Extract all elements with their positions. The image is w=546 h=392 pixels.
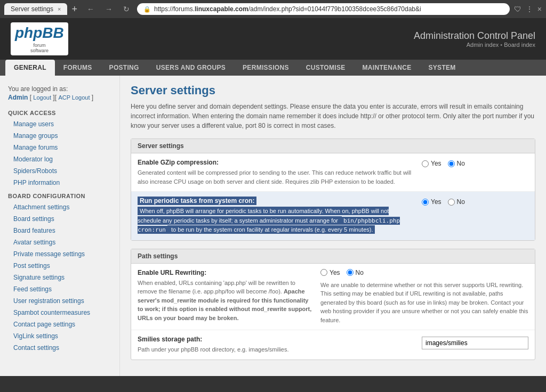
server-settings-header: Server settings xyxy=(131,139,535,153)
shield-icon: 🛡 xyxy=(514,5,521,13)
sidebar-link-attachment-settings[interactable]: Attachment settings xyxy=(0,201,119,213)
url-display: https://forums.linuxcapable.com/adm/inde… xyxy=(154,5,421,13)
gzip-yes-label[interactable]: Yes xyxy=(422,160,441,167)
cron-row: Run periodic tasks from system cron: Whe… xyxy=(131,192,535,240)
gzip-control: Yes No xyxy=(422,159,528,167)
sidebar-link-spiders/robots[interactable]: Spiders/Robots xyxy=(0,165,119,177)
nav-tab-customise[interactable]: CUSTOMISE xyxy=(298,60,354,76)
logo-area: phpBB forum software xyxy=(11,22,68,55)
username: Admin xyxy=(8,94,28,101)
admin-index-link[interactable]: Admin index xyxy=(467,42,499,48)
gzip-no-label[interactable]: No xyxy=(448,160,465,167)
main-nav: GENERALFORUMSPOSTINGUSERS AND GROUPSPERM… xyxy=(0,60,546,76)
logout-link[interactable]: Logout xyxy=(33,94,51,101)
gzip-desc: Generated content will be compressed pri… xyxy=(138,168,414,186)
board-index-link[interactable]: Board index xyxy=(504,42,535,48)
page-desc: Here you define server and domain depend… xyxy=(131,102,535,130)
gzip-row: Enable GZip compression: Generated conte… xyxy=(131,153,535,192)
sidebar-link-user-registration-settings[interactable]: User registration settings xyxy=(0,295,119,307)
server-settings-section: Server settings Enable GZip compression:… xyxy=(131,138,535,241)
browser-chrome: Server settings × + ← → ↻ 🔒 https://foru… xyxy=(0,0,546,18)
sidebar-link-spambot-countermeasures[interactable]: Spambot countermeasures xyxy=(0,307,119,318)
acp-title: Administration Control Panel xyxy=(414,30,535,42)
tab-bar: Server settings × + xyxy=(4,3,79,15)
sidebar-link-php-information[interactable]: PHP information xyxy=(0,177,119,189)
cron-radio-group: Yes No xyxy=(422,198,528,206)
nav-tab-forums[interactable]: FORUMS xyxy=(55,60,101,76)
sidebar-link-signature-settings[interactable]: Signature settings xyxy=(0,272,119,283)
sidebar-link-manage-users[interactable]: Manage users xyxy=(0,118,119,130)
url-rewrite-right: Yes No We are unable to determine whethe… xyxy=(320,269,528,325)
nav-tab-system[interactable]: SYSTEM xyxy=(420,60,464,76)
cron-no-radio[interactable] xyxy=(448,199,455,206)
nav-tab-maintenance[interactable]: MAINTENANCE xyxy=(354,60,420,76)
sidebar-link-manage-forums[interactable]: Manage forums xyxy=(0,142,119,153)
window-close-button[interactable]: × xyxy=(537,5,542,13)
gzip-no-radio[interactable] xyxy=(448,160,455,167)
quick-access-title: QUICK ACCESS xyxy=(0,105,119,118)
nav-tab-users_groups[interactable]: USERS AND GROUPS xyxy=(148,60,234,76)
sidebar-link-private-message-settings[interactable]: Private message settings xyxy=(0,248,119,260)
nav-tab-posting[interactable]: POSTING xyxy=(101,60,148,76)
cron-label: Run periodic tasks from system cron: xyxy=(138,197,414,205)
sidebar-link-feed-settings[interactable]: Feed settings xyxy=(0,283,119,295)
url-rewrite-radio-group: Yes No xyxy=(320,269,528,276)
tab-close-button[interactable]: × xyxy=(58,6,61,12)
logo-text: phpBB xyxy=(15,24,64,42)
sidebar-link-post-settings[interactable]: Post settings xyxy=(0,260,119,272)
url-rewrite-label-area: Enable URL Rewriting: When enabled, URLs… xyxy=(138,269,320,323)
cron-label-area: Run periodic tasks from system cron: Whe… xyxy=(138,197,422,235)
smilies-path-row: Smilies storage path: Path under your ph… xyxy=(131,330,535,360)
gzip-label: Enable GZip compression: xyxy=(138,159,414,166)
cron-yes-radio[interactable] xyxy=(422,199,429,206)
menu-icon[interactable]: ⋮ xyxy=(526,5,533,13)
cron-yes-label[interactable]: Yes xyxy=(422,198,441,206)
address-bar[interactable]: 🔒 https://forums.linuxcapable.com/adm/in… xyxy=(137,3,510,15)
header-right: Administration Control Panel Admin index… xyxy=(414,30,535,48)
smilies-control xyxy=(422,336,528,349)
url-rewrite-yes-radio[interactable] xyxy=(320,269,327,276)
sidebar-link-board-settings[interactable]: Board settings xyxy=(0,213,119,225)
sidebar-link-contact-settings[interactable]: Contact settings xyxy=(0,342,119,354)
acp-logout-link[interactable]: ACP Logout xyxy=(58,94,90,101)
tab-label: Server settings xyxy=(11,5,53,13)
user-links: Admin [ Logout ][ ACP Logout ] xyxy=(8,94,111,101)
page: phpBB forum software Administration Cont… xyxy=(0,18,546,376)
lock-icon: 🔒 xyxy=(143,6,151,13)
forward-button[interactable]: → xyxy=(102,4,116,14)
url-rewrite-row: Enable URL Rewriting: When enabled, URLs… xyxy=(131,264,535,331)
gzip-yes-radio[interactable] xyxy=(422,160,429,167)
content-area: Server settings Here you define server a… xyxy=(120,76,546,376)
new-tab-button[interactable]: + xyxy=(69,4,79,15)
sidebar-link-viglink-settings[interactable]: VigLink settings xyxy=(0,330,119,342)
sidebar-link-moderator-log[interactable]: Moderator log xyxy=(0,153,119,165)
nav-tab-permissions[interactable]: PERMISSIONS xyxy=(234,60,298,76)
url-rewrite-yes-label[interactable]: Yes xyxy=(320,269,340,276)
sidebar-link-manage-groups[interactable]: Manage groups xyxy=(0,130,119,142)
url-rewrite-label: Enable URL Rewriting: xyxy=(138,269,312,276)
cron-desc: When off, phpBB will arrange for periodi… xyxy=(138,207,414,235)
nav-tab-general[interactable]: GENERAL xyxy=(5,60,55,76)
sidebar-link-contact-page-settings[interactable]: Contact page settings xyxy=(0,318,119,330)
cron-no-label[interactable]: No xyxy=(448,198,465,206)
url-rewrite-right-desc: We are unable to determine whether or no… xyxy=(320,281,528,325)
url-rewrite-no-label[interactable]: No xyxy=(347,269,364,276)
smilies-desc: Path under your phpBB root directory, e.… xyxy=(138,345,414,354)
smilies-label: Smilies storage path: xyxy=(138,336,414,343)
board-config-title: BOARD CONFIGURATION xyxy=(0,189,119,201)
sidebar-link-board-features[interactable]: Board features xyxy=(0,225,119,236)
site-header: phpBB forum software Administration Cont… xyxy=(0,18,546,60)
board-links: Attachment settingsBoard settingsBoard f… xyxy=(0,201,119,354)
url-rewrite-no-radio[interactable] xyxy=(347,269,354,276)
active-tab[interactable]: Server settings × xyxy=(4,3,67,15)
logo-sub: forum software xyxy=(15,43,64,53)
acp-links: Admin index • Board index xyxy=(414,42,535,48)
sidebar-link-avatar-settings[interactable]: Avatar settings xyxy=(0,236,119,248)
gzip-radio-group: Yes No xyxy=(422,160,528,167)
cron-control: Yes No xyxy=(422,197,528,206)
quick-links: Manage usersManage groupsManage forumsMo… xyxy=(0,118,119,189)
refresh-button[interactable]: ↻ xyxy=(120,4,133,14)
smilies-label-area: Smilies storage path: Path under your ph… xyxy=(138,336,422,354)
back-button[interactable]: ← xyxy=(84,4,98,14)
smilies-path-input[interactable] xyxy=(422,337,528,349)
